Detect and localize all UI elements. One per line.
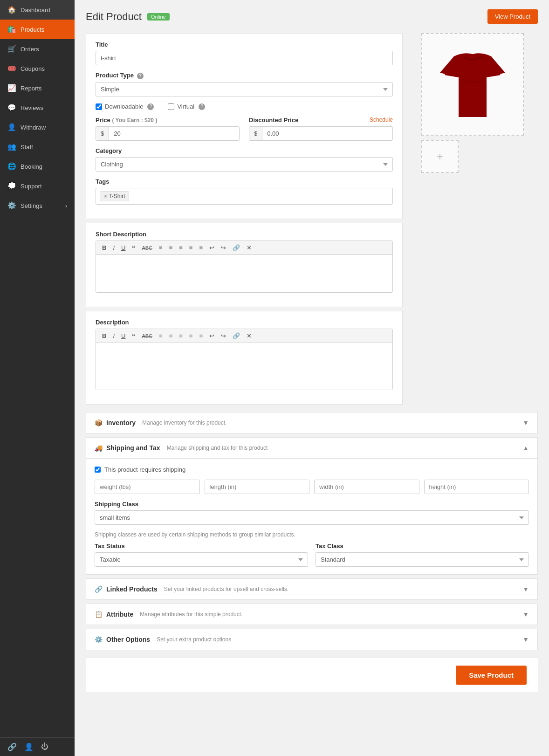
discounted-prefix: $ [249, 127, 262, 140]
virtual-checkbox-item[interactable]: Virtual ? [168, 103, 205, 110]
linked-products-icon: 🔗 [95, 585, 103, 593]
desc-remove-format-button[interactable]: ✕ [244, 331, 254, 340]
remove-format-button[interactable]: ✕ [244, 243, 254, 252]
desc-ul-button[interactable]: ≡ [157, 331, 165, 340]
orders-icon: 🛒 [7, 45, 16, 53]
linked-products-title: Linked Products [106, 585, 158, 593]
underline-button[interactable]: U [119, 243, 128, 252]
product-type-info-icon: ? [137, 73, 144, 79]
desc-italic-button[interactable]: I [110, 331, 117, 340]
sidebar-item-support[interactable]: 💭 Support [0, 176, 75, 196]
align-left-button[interactable]: ≡ [177, 243, 185, 252]
desc-bold-button[interactable]: B [100, 331, 109, 340]
tax-status-select[interactable]: Taxable None Shipping Only [95, 552, 308, 567]
price-input-wrap: $ [96, 126, 240, 141]
ul-button[interactable]: ≡ [157, 243, 165, 252]
checkbox-row: Downloadable ? Virtual ? [96, 103, 393, 110]
sidebar-item-reports[interactable]: 📈 Reports [0, 78, 75, 98]
redo-button[interactable]: ↪ [219, 243, 228, 252]
align-center-button[interactable]: ≡ [187, 243, 195, 252]
sidebar-item-staff[interactable]: 👥 Staff [0, 137, 75, 157]
bold-button[interactable]: B [100, 243, 109, 252]
length-input[interactable] [205, 480, 310, 494]
attribute-header[interactable]: 📋 Attribute Manage attributes for this s… [86, 604, 537, 625]
align-right-button[interactable]: ≡ [197, 243, 205, 252]
inventory-header[interactable]: 📦 Inventory Manage inventory for this pr… [86, 412, 537, 433]
settings-chevron-icon: › [65, 202, 67, 209]
reviews-icon: 💬 [7, 103, 16, 112]
desc-align-center-button[interactable]: ≡ [187, 331, 195, 340]
link-button[interactable]: 🔗 [230, 243, 242, 252]
desc-quote-button[interactable]: ❝ [130, 331, 137, 340]
downloadable-checkbox-item[interactable]: Downloadable ? [96, 103, 154, 110]
weight-input[interactable] [95, 480, 200, 494]
sidebar-item-booking[interactable]: 🌐 Booking [0, 157, 75, 176]
product-type-select[interactable]: Simple Variable Grouped External [96, 82, 393, 96]
sidebar-item-settings[interactable]: ⚙️ Settings › [0, 196, 75, 215]
tax-class-select[interactable]: Standard Reduced Zero [316, 552, 529, 567]
category-row: Category Clothing Electronics Books [96, 147, 393, 172]
price-earn: ( You Earn : $20 ) [112, 117, 157, 124]
desc-redo-button[interactable]: ↪ [219, 331, 228, 340]
sidebar-item-label: Staff [21, 144, 33, 151]
short-description-body[interactable] [96, 255, 392, 292]
sidebar-item-coupons[interactable]: 🎟️ Coupons [0, 59, 75, 78]
save-product-button[interactable]: Save Product [456, 666, 527, 685]
ol-button[interactable]: ≡ [167, 243, 175, 252]
short-desc-toolbar: B I U ❝ ABC ≡ ≡ ≡ ≡ ≡ ↩ ↪ 🔗 [96, 241, 392, 255]
external-link-icon[interactable]: 🔗 [7, 742, 17, 751]
user-icon[interactable]: 👤 [24, 742, 34, 751]
price-input[interactable] [109, 127, 239, 140]
power-icon[interactable]: ⏻ [41, 742, 48, 751]
other-options-header[interactable]: ⚙️ Other Options Set your extra product … [86, 629, 537, 650]
sidebar-item-products[interactable]: 🛍️ Products [0, 20, 75, 39]
plus-icon: + [437, 150, 443, 163]
sidebar: 🏠 Dashboard 🛍️ Products 🛒 Orders 🎟️ Coup… [0, 0, 75, 756]
virtual-checkbox[interactable] [168, 103, 174, 110]
desc-align-right-button[interactable]: ≡ [197, 331, 205, 340]
italic-button[interactable]: I [110, 243, 117, 252]
quote-button[interactable]: ❝ [130, 243, 137, 252]
tag-tshirt: × T-Shirt [100, 191, 129, 201]
sidebar-item-label: Orders [21, 46, 39, 53]
width-input[interactable] [314, 480, 419, 494]
shipping-header[interactable]: 🚚 Shipping and Tax Manage shipping and t… [86, 438, 537, 458]
linked-products-header[interactable]: 🔗 Linked Products Set your linked produc… [86, 579, 537, 599]
description-body[interactable] [96, 343, 392, 390]
title-input[interactable] [96, 51, 393, 65]
requires-shipping-checkbox[interactable] [95, 467, 101, 473]
tax-status-label: Tax Status [95, 543, 308, 550]
sidebar-item-withdraw[interactable]: 👤 Withdraw [0, 117, 75, 137]
schedule-link[interactable]: Schedule [370, 117, 393, 124]
sidebar-item-orders[interactable]: 🛒 Orders [0, 39, 75, 59]
shipping-class-select[interactable]: small items large items standard [95, 510, 529, 525]
virtual-label: Virtual [177, 103, 194, 110]
product-image-main[interactable] [421, 33, 524, 136]
desc-abc-button[interactable]: ABC [139, 332, 155, 340]
category-label: Category [96, 147, 393, 154]
abc-button[interactable]: ABC [139, 244, 155, 252]
category-select[interactable]: Clothing Electronics Books [96, 157, 393, 172]
tags-wrap[interactable]: × T-Shirt [96, 188, 393, 205]
shipping-header-left: 🚚 Shipping and Tax Manage shipping and t… [95, 444, 268, 452]
desc-underline-button[interactable]: U [119, 331, 128, 340]
undo-button[interactable]: ↩ [207, 243, 217, 252]
page-header: Edit Product Online View Product [86, 9, 538, 24]
tags-row: Tags × T-Shirt [96, 178, 393, 205]
discounted-input-wrap: $ [249, 126, 393, 141]
sidebar-item-reviews[interactable]: 💬 Reviews [0, 98, 75, 117]
desc-undo-button[interactable]: ↩ [207, 331, 217, 340]
title-row: Title [96, 41, 393, 65]
desc-align-left-button[interactable]: ≡ [177, 331, 185, 340]
height-input[interactable] [424, 480, 529, 494]
desc-link-button[interactable]: 🔗 [230, 331, 242, 340]
inventory-subtitle: Manage inventory for this product. [142, 419, 226, 426]
support-icon: 💭 [7, 182, 16, 190]
desc-ol-button[interactable]: ≡ [167, 331, 175, 340]
requires-shipping-row: This product requires shipping [95, 466, 529, 473]
discounted-price-input[interactable] [262, 127, 392, 140]
add-image-button[interactable]: + [421, 140, 459, 173]
view-product-button[interactable]: View Product [487, 9, 538, 24]
sidebar-item-dashboard[interactable]: 🏠 Dashboard [0, 0, 75, 20]
downloadable-checkbox[interactable] [96, 103, 102, 110]
